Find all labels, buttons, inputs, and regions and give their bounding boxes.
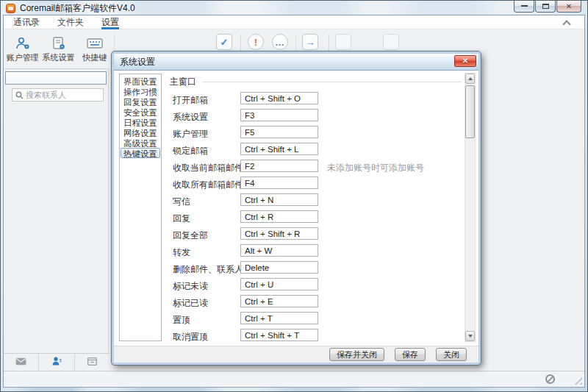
- hotkey-row: 锁定邮箱: [170, 141, 461, 158]
- toolbar-item-label: 账户管理: [7, 52, 39, 63]
- settings-nav-item[interactable]: 高级设置: [121, 138, 160, 148]
- close-dialog-button[interactable]: 关闭: [436, 348, 467, 361]
- dialog-footer: 保存并关闭 保存 关闭: [114, 346, 478, 363]
- tab[interactable]: 设置: [93, 15, 127, 29]
- more-icon: …: [272, 34, 288, 50]
- hotkey-label: 账户管理: [173, 128, 208, 140]
- system-settings-dialog: 系统设置 ✕ 界面设置操作习惯回复设置安全设置日程设置网络设置高级设置热键设置 …: [112, 51, 481, 365]
- hotkey-input[interactable]: [240, 92, 318, 104]
- hotkey-row: 标记已读: [170, 293, 461, 310]
- save-button[interactable]: 保存: [395, 348, 426, 361]
- dialog-titlebar[interactable]: 系统设置 ✕: [114, 54, 478, 70]
- hotkey-input[interactable]: [240, 193, 318, 206]
- close-button[interactable]: ✕: [556, 1, 581, 13]
- dialog-body: 界面设置操作习惯回复设置安全设置日程设置网络设置高级设置热键设置 主窗口 打开邮…: [114, 70, 478, 346]
- dialog-close-button[interactable]: ✕: [454, 55, 476, 67]
- hotkey-note: 未添加账号时可添加账号: [327, 162, 424, 174]
- settings-nav-item[interactable]: 日程设置: [121, 117, 160, 127]
- keyboard-icon: [86, 36, 104, 51]
- resize-grip[interactable]: [574, 377, 582, 385]
- user-gear-icon: [15, 36, 31, 51]
- hotkey-label: 打开邮箱: [173, 94, 208, 107]
- minimize-icon: [521, 4, 528, 7]
- settings-nav-item[interactable]: 界面设置: [121, 76, 160, 86]
- settings-nav-item[interactable]: 回复设置: [121, 96, 160, 107]
- hotkey-input[interactable]: [240, 244, 318, 257]
- maximize-icon: [542, 4, 549, 9]
- hotkey-label: 回复: [173, 213, 190, 225]
- hotkey-input[interactable]: [240, 329, 318, 341]
- forward-icon: →: [302, 34, 318, 50]
- hotkey-label: 置顶: [173, 314, 190, 327]
- hotkey-rows: 打开邮箱 系统设置 账户管理: [170, 90, 461, 344]
- hotkey-label: 写信: [173, 196, 190, 208]
- scroll-up-icon[interactable]: [465, 74, 475, 84]
- dialog-scrollbar[interactable]: [465, 73, 476, 342]
- hotkey-label: 删除邮件、联系人: [173, 263, 243, 276]
- minimize-button[interactable]: [514, 1, 534, 13]
- maximize-button[interactable]: [535, 1, 556, 13]
- hotkey-row: 删除邮件、联系人: [170, 260, 461, 277]
- bottom-nav-bar: [4, 353, 110, 371]
- hotkey-input[interactable]: [240, 261, 318, 274]
- tab[interactable]: 文件夹: [49, 15, 92, 29]
- hotkey-row: 置顶: [170, 310, 461, 327]
- hotkey-row: 收取所有邮箱邮件: [170, 175, 461, 192]
- hotkey-input[interactable]: [240, 126, 318, 138]
- section-rule: [202, 82, 461, 82]
- hotkey-label: 标记未读: [173, 280, 208, 293]
- hotkey-input[interactable]: [240, 109, 318, 121]
- toolbar-item-label: 快捷键: [82, 52, 107, 63]
- scroll-down-icon[interactable]: [465, 331, 475, 341]
- contact-search-box[interactable]: [12, 88, 104, 101]
- toolbar-item-account-management[interactable]: 账户管理: [5, 36, 40, 63]
- combobox-value[interactable]: [6, 72, 116, 84]
- hotkey-form: 主窗口 打开邮箱 系统设置: [170, 71, 461, 346]
- hotkey-label: 收取当前邮箱邮件: [173, 162, 243, 174]
- collapse-toolbar-icon[interactable]: [562, 19, 571, 26]
- hotkey-row: 打开邮箱: [170, 90, 461, 107]
- calendar-icon: [87, 357, 97, 368]
- hotkey-input[interactable]: [240, 143, 318, 155]
- unknown-icon: [335, 34, 351, 50]
- hotkey-input[interactable]: [240, 295, 318, 307]
- hotkey-input[interactable]: [240, 227, 318, 240]
- doc-gear-icon: [51, 36, 67, 51]
- settings-nav-item[interactable]: 安全设置: [121, 107, 160, 117]
- bottom-nav-calendar[interactable]: [75, 354, 110, 371]
- toolbar-item-label: 系统设置: [43, 52, 75, 63]
- window-title: Coremail邮箱客户端软件V4.0: [20, 2, 135, 15]
- hotkey-input[interactable]: [240, 177, 318, 189]
- account-combobox[interactable]: [5, 71, 107, 85]
- section-title: 主窗口: [170, 76, 196, 88]
- section-header: 主窗口: [170, 76, 461, 88]
- toolbar-item-shortcuts[interactable]: 快捷键: [77, 36, 112, 63]
- settings-nav-list: 界面设置操作习惯回复设置安全设置日程设置网络设置高级设置热键设置: [119, 74, 162, 341]
- hotkey-input[interactable]: [240, 210, 318, 223]
- settings-nav-item[interactable]: 网络设置: [121, 127, 160, 138]
- bottom-nav-mail[interactable]: [4, 354, 39, 371]
- hotkey-row: 取消置顶: [170, 327, 461, 344]
- save-and-close-button[interactable]: 保存并关闭: [329, 348, 384, 361]
- tab[interactable]: 通讯录: [5, 15, 48, 29]
- search-input[interactable]: [26, 90, 100, 99]
- settings-nav-item[interactable]: 热键设置: [121, 148, 160, 158]
- search-icon: [15, 91, 24, 99]
- window-titlebar[interactable]: Coremail邮箱客户端软件V4.0 ✕: [1, 1, 587, 15]
- hotkey-input[interactable]: [240, 160, 318, 172]
- scrollbar-thumb[interactable]: [465, 85, 475, 138]
- hotkey-label: 收取所有邮箱邮件: [173, 179, 243, 191]
- hotkey-label: 标记已读: [173, 297, 208, 310]
- tab-bar: 通讯录文件夹设置: [4, 15, 584, 29]
- hotkey-label: 回复全部: [173, 229, 208, 242]
- bottom-nav-contacts[interactable]: [39, 354, 74, 371]
- hotkey-row: 账户管理: [170, 124, 461, 141]
- hotkey-row: 收取当前邮箱邮件 未添加账号时可添加账号: [170, 158, 461, 175]
- contacts-icon: [51, 357, 62, 368]
- hotkey-label: 系统设置: [173, 111, 208, 124]
- settings-nav-item[interactable]: 操作习惯: [121, 86, 160, 96]
- hotkey-row: 写信: [170, 192, 461, 209]
- hotkey-input[interactable]: [240, 278, 318, 291]
- hotkey-input[interactable]: [240, 312, 318, 324]
- toolbar-item-system-settings[interactable]: 系统设置: [41, 36, 76, 63]
